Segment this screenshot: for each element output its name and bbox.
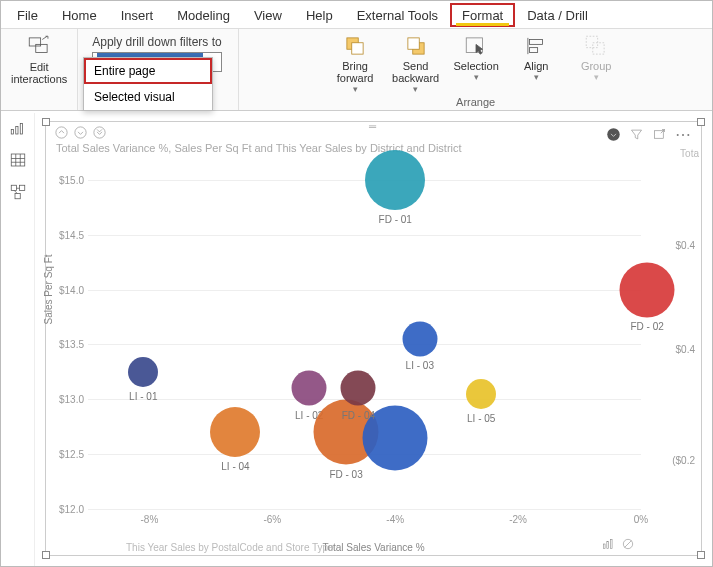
svg-rect-30 <box>603 544 605 549</box>
drill-down-icon[interactable] <box>73 125 88 140</box>
bring-forward-label: Bring forward <box>337 60 374 84</box>
visual-interaction-icons <box>601 537 635 551</box>
svg-rect-21 <box>19 185 24 190</box>
bubble-label: LI - 05 <box>467 413 495 424</box>
visual-title: Total Sales Variance %, Sales Per Sq Ft … <box>56 142 691 154</box>
tab-file[interactable]: File <box>5 3 50 27</box>
svg-rect-8 <box>530 40 543 45</box>
report-view-icon[interactable] <box>9 119 27 137</box>
svg-rect-31 <box>607 542 609 549</box>
secondary-tick: $0.4 <box>676 344 695 355</box>
secondary-tick: $0.4 <box>676 240 695 251</box>
selection-label: Selection <box>454 60 499 72</box>
svg-rect-9 <box>530 48 538 53</box>
svg-line-24 <box>14 191 17 194</box>
chevron-down-icon: ▾ <box>353 84 358 94</box>
dropdown-option-selected-visual[interactable]: Selected visual <box>84 84 212 110</box>
filter-icon[interactable] <box>629 127 644 142</box>
bubble-FD-04[interactable] <box>341 371 376 406</box>
x-tick: -4% <box>386 514 404 525</box>
bring-forward-icon <box>342 33 368 59</box>
bubble-LI-02[interactable] <box>292 371 327 406</box>
send-backward-label: Send backward <box>392 60 439 84</box>
selection-icon <box>463 33 489 59</box>
expand-all-icon[interactable] <box>92 125 107 140</box>
dropdown-option-entire-page[interactable]: Entire page <box>84 58 212 84</box>
tab-view[interactable]: View <box>242 3 294 27</box>
y-tick: $14.5 <box>48 229 84 240</box>
secondary-chart-title: This Year Sales by PostalCode and Store … <box>126 542 334 553</box>
send-backward-button[interactable]: Send backward ▾ <box>392 33 439 94</box>
edit-interactions-label: Edit interactions <box>11 61 67 85</box>
drill-mode-icon[interactable] <box>606 127 621 142</box>
y-tick: $13.5 <box>48 339 84 350</box>
align-button[interactable]: Align ▾ <box>513 33 559 94</box>
bubble-LI-01[interactable] <box>128 357 158 387</box>
group-button: Group ▾ <box>573 33 619 94</box>
drag-grip-icon[interactable]: ═ <box>369 121 378 132</box>
svg-point-27 <box>94 127 105 138</box>
edit-interactions-group: Edit interactions <box>1 29 78 110</box>
view-rail <box>1 113 35 566</box>
svg-rect-5 <box>408 38 419 49</box>
svg-point-26 <box>75 127 86 138</box>
focus-mode-icon[interactable] <box>652 127 667 142</box>
tab-format[interactable]: Format <box>450 3 515 27</box>
bubble-FD-01[interactable] <box>365 150 425 210</box>
bubble-label: LI - 04 <box>221 461 249 472</box>
scatter-visual[interactable]: ═ ⋯ Total Sales Variance %, Sales Per Sq… <box>45 121 702 556</box>
report-canvas[interactable]: ═ ⋯ Total Sales Variance %, Sales Per Sq… <box>35 113 712 566</box>
bring-forward-button[interactable]: Bring forward ▾ <box>332 33 378 94</box>
svg-rect-20 <box>11 185 16 190</box>
arrange-group-title: Arrange <box>456 96 495 108</box>
chevron-down-icon: ▾ <box>474 72 479 82</box>
svg-rect-22 <box>15 194 20 199</box>
edit-interactions-button[interactable]: Edit interactions <box>11 33 67 85</box>
secondary-tick: ($0.2 <box>672 455 695 466</box>
tab-insert[interactable]: Insert <box>109 3 166 27</box>
resize-handle[interactable] <box>697 118 705 126</box>
svg-point-25 <box>56 127 67 138</box>
tab-external-tools[interactable]: External Tools <box>345 3 450 27</box>
chevron-down-icon: ▾ <box>594 72 599 82</box>
bubble-LI-05[interactable] <box>466 379 496 409</box>
tab-home[interactable]: Home <box>50 3 109 27</box>
none-icon[interactable] <box>621 537 635 551</box>
apply-filters-caption: Apply drill down filters to <box>92 35 221 49</box>
svg-rect-12 <box>11 130 13 135</box>
bubble-label: FD - 04 <box>342 410 375 421</box>
tab-modeling[interactable]: Modeling <box>165 3 242 27</box>
resize-handle[interactable] <box>42 551 50 559</box>
x-axis-title: Total Sales Variance % <box>322 542 424 553</box>
bubble-label: LI - 01 <box>129 391 157 402</box>
y-tick: $13.0 <box>48 394 84 405</box>
tab-data-drill[interactable]: Data / Drill <box>515 3 600 27</box>
resize-handle[interactable] <box>697 551 705 559</box>
secondary-axis: Tota $0.4 $0.4 ($0.2 <box>645 158 699 529</box>
svg-rect-32 <box>610 539 612 548</box>
align-icon <box>523 33 549 59</box>
svg-rect-15 <box>11 154 25 166</box>
drill-filter-dropdown: Entire page Selected visual <box>83 57 213 111</box>
drill-up-icon[interactable] <box>54 125 69 140</box>
data-view-icon[interactable] <box>9 151 27 169</box>
highlight-icon[interactable] <box>601 537 615 551</box>
resize-handle[interactable] <box>42 118 50 126</box>
plot-area: $15.0$14.5$14.0$13.5$13.0$12.5$12.0-8%-6… <box>88 158 641 509</box>
align-label: Align <box>524 60 548 72</box>
svg-rect-10 <box>586 36 597 47</box>
x-tick: -2% <box>509 514 527 525</box>
bubble-label: FD - 03 <box>329 469 362 480</box>
model-view-icon[interactable] <box>9 183 27 201</box>
secondary-axis-title: Tota <box>680 148 699 159</box>
tab-help[interactable]: Help <box>294 3 345 27</box>
chevron-down-icon: ▾ <box>413 84 418 94</box>
x-tick: -8% <box>141 514 159 525</box>
y-tick: $12.5 <box>48 449 84 460</box>
svg-rect-13 <box>15 127 17 135</box>
group-label: Group <box>581 60 612 72</box>
bubble-LI-04[interactable] <box>210 407 260 457</box>
bubble-LI-03[interactable] <box>402 321 437 356</box>
selection-pane-button[interactable]: Selection ▾ <box>453 33 499 94</box>
bubble-label: LI - 03 <box>406 360 434 371</box>
